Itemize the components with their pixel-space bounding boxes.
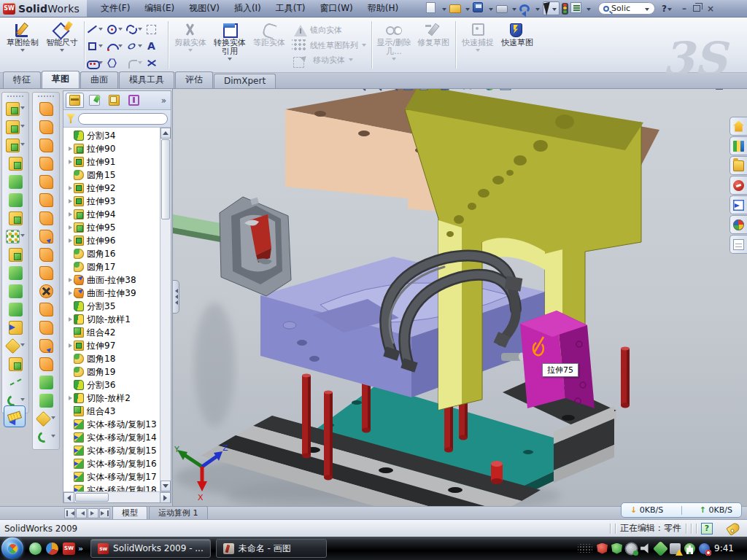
feature-tree-item[interactable]: 拉伸94 [66,208,160,221]
circle-icon[interactable] [107,24,117,35]
select-caret[interactable] [552,8,557,13]
features-fillet-button[interactable] [2,136,28,155]
expand-arrow[interactable] [66,396,74,400]
search-box[interactable] [598,2,655,15]
tab-appearances-scenes[interactable] [729,215,747,234]
boss-extrude-caret[interactable] [20,106,25,112]
help-caret[interactable] [667,8,672,13]
feature-tree-item[interactable]: 拉伸91 [66,155,160,168]
tag-icon[interactable] [726,521,741,536]
new-file-icon[interactable] [426,2,436,13]
surfaces-replace-face-button[interactable] [33,300,59,319]
surfaces-swept-surface-button[interactable] [33,100,59,118]
scroll-right-button[interactable] [160,492,171,503]
clamp-part[interactable] [220,197,291,296]
panel-overflow-chevron[interactable]: » [161,96,169,106]
doc-close-button[interactable]: × [729,89,737,90]
ribbon-tab-特征[interactable]: 特征 [3,71,41,88]
expand-arrow[interactable] [66,291,74,295]
slide-block[interactable] [520,311,595,408]
feature-tree-item[interactable]: 实体-移动/复制17 [66,470,160,483]
circle-caret[interactable] [118,28,123,33]
sketch-caret[interactable] [20,49,25,54]
surfaces-trim-surface-button[interactable] [33,355,59,373]
features-rib-button[interactable] [2,246,28,264]
features-combine-button[interactable] [2,300,28,319]
features-composite-curve-button[interactable] [2,373,28,392]
linear-pattern-caret[interactable] [20,234,25,239]
expand-arrow[interactable] [66,147,74,151]
ribbon-tab-草图[interactable]: 草图 [42,71,80,88]
features-shell-button[interactable] [2,173,28,191]
surfaces-offset-surface-button[interactable] [33,228,59,246]
horizontal-scroll-thumb[interactable] [75,493,109,502]
ribbon-tab-曲面[interactable]: 曲面 [80,71,118,88]
view-orientation-icon[interactable] [418,89,436,92]
select-button[interactable] [543,1,560,15]
feature-tree-item[interactable]: 圆角19 [66,365,160,378]
previous-view-icon[interactable] [386,89,399,92]
feature-tree-item[interactable]: 分割36 [66,378,160,392]
feature-tree-item[interactable]: 切除-放样1 [66,313,160,326]
feature-tree-item[interactable]: 圆角16 [66,247,160,260]
features-delete-body-button[interactable] [2,337,28,355]
scroll-left-button[interactable] [63,492,74,503]
lasso-icon[interactable] [146,24,157,35]
sync-diamond-tray-icon[interactable] [653,540,668,556]
feature-tree-item[interactable]: 分割35 [66,300,160,313]
tab-design-library[interactable] [729,136,747,155]
tab-solidworks-resources[interactable] [729,117,747,136]
arc-icon[interactable] [107,41,117,52]
features-split-body-button[interactable] [2,264,28,282]
surfaces-point-button[interactable] [33,410,59,428]
first-tab-button[interactable] [64,508,75,518]
tab-solidworks-search[interactable] [729,176,747,195]
polygon-icon[interactable] [107,58,117,69]
media-quick-launch-icon[interactable] [46,542,58,555]
feature-tree-item[interactable]: 曲面-拉伸39 [66,287,160,300]
surfaces-delete-face-button[interactable] [33,282,59,300]
display-delete-relations-button[interactable]: 显示/删除几... [374,20,414,70]
feature-tree-item[interactable]: 拉伸92 [66,182,160,195]
doc-minimize-button[interactable]: – [705,89,709,90]
feature-tree-item[interactable]: 组合43 [66,405,160,418]
surfaces-revolved-surface-button[interactable] [33,118,59,136]
expand-arrow[interactable] [66,160,74,164]
move-entities-caret[interactable] [349,58,353,63]
features-boss-extrude-button[interactable] [2,100,28,118]
tab-file-explorer[interactable] [729,156,747,175]
helix-spiral-caret[interactable] [51,435,55,440]
quick-snaps-button[interactable]: 快速捕捉 [458,20,498,70]
options-caret[interactable] [587,8,591,13]
taskbar-window-solidworks[interactable]: SWSolidWorks 2009 - ... [90,539,211,558]
features-split-button[interactable] [2,282,28,300]
feature-tree-item[interactable]: 实体-移动/复制18 [66,483,160,491]
next-tab-button[interactable] [88,508,98,518]
quick-launch-chevron[interactable]: » [78,544,83,553]
smart-dimension-button[interactable]: 智能尺寸 [42,20,82,70]
open-file-icon[interactable] [449,4,461,13]
start-button[interactable] [1,537,23,559]
surfaces-lofted-surface-button[interactable] [33,155,59,173]
expand-arrow[interactable] [66,186,74,190]
sketch-fillet-caret[interactable] [138,61,142,66]
tab-featuremanager[interactable] [66,93,84,108]
menu-编辑(E)[interactable]: 编辑(E) [138,1,181,16]
print-icon[interactable] [496,5,508,13]
feature-tree-item[interactable]: 拉伸90 [66,142,160,155]
menu-工具(T)[interactable]: 工具(T) [269,1,312,16]
section-view-icon[interactable] [402,89,415,92]
close-button[interactable]: × [707,4,714,13]
tab-motion-study[interactable]: 运动算例 1 [149,506,208,520]
options-list-icon[interactable] [570,2,581,13]
feature-tree-item[interactable]: 拉伸93 [66,195,160,208]
features-move-copy-body-button[interactable] [2,319,28,337]
feature-tree-item[interactable]: 分割34 [66,129,160,142]
save-icon[interactable] [473,2,483,12]
feature-tree-item[interactable]: 拉伸96 [66,234,160,247]
point-icon[interactable] [146,58,157,69]
network-speed-widget[interactable]: ↓ 0KB/S ↑ 0KB/S [621,502,742,518]
features-hole-wizard-button[interactable] [2,209,28,228]
feature-tree-item[interactable]: 圆角15 [66,168,160,182]
surfaces-thicken-button[interactable] [33,373,59,392]
